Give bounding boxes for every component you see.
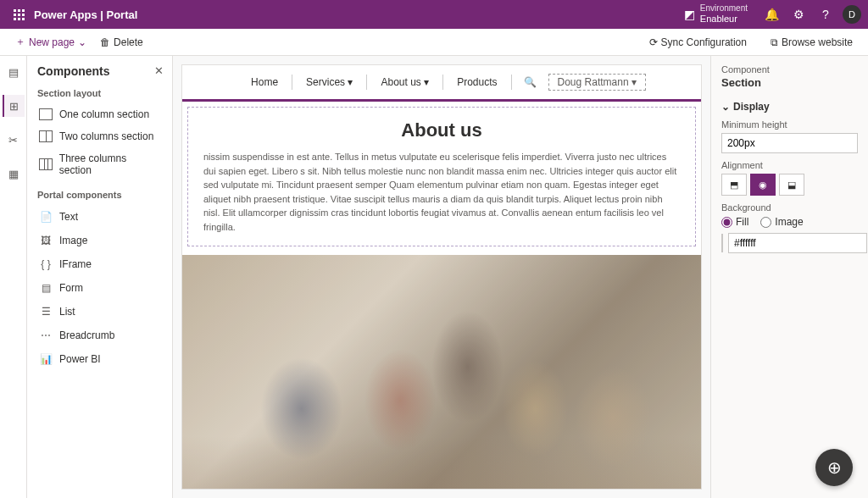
image-icon: 🖼 <box>39 234 53 247</box>
app-title: Power Apps | Portal <box>34 8 137 21</box>
zoom-fab[interactable]: ⊕ <box>815 449 853 486</box>
background-label: Background <box>721 202 858 213</box>
chevron-down-icon: ▾ <box>424 76 429 88</box>
section-layout-heading: Section layout <box>37 88 162 98</box>
canvas: Home Services ▾ About us ▾ Products 🔍 Do… <box>173 56 710 498</box>
trash-icon: 🗑 <box>100 36 110 48</box>
panel-title: Components <box>37 64 162 78</box>
rail-tools-icon[interactable]: ✂ <box>3 129 25 151</box>
notifications-icon[interactable]: 🔔 <box>758 8 785 21</box>
refresh-icon: ⟳ <box>649 36 658 48</box>
background-fill-radio[interactable]: Fill <box>721 216 748 228</box>
three-columns-section[interactable]: Three columns section <box>37 147 162 181</box>
user-avatar[interactable]: D <box>843 5 861 24</box>
nav-user-menu[interactable]: Doug Rattmann ▾ <box>548 74 646 91</box>
search-icon[interactable]: 🔍 <box>512 76 548 88</box>
site-navbar: Home Services ▾ About us ▾ Products 🔍 Do… <box>182 65 701 102</box>
align-middle-button[interactable]: ◉ <box>750 174 776 196</box>
align-bottom-button[interactable]: ⬓ <box>779 174 804 196</box>
page-preview[interactable]: Home Services ▾ About us ▾ Products 🔍 Do… <box>181 64 702 490</box>
component-type-title: Section <box>721 76 858 89</box>
min-height-label: Minimum height <box>721 119 858 130</box>
component-image[interactable]: 🖼Image <box>37 229 162 252</box>
browse-website-button[interactable]: ⧉ Browse website <box>764 33 860 52</box>
nav-services[interactable]: Services ▾ <box>292 75 367 90</box>
app-launcher-icon[interactable] <box>7 9 31 20</box>
component-text[interactable]: 📄Text <box>37 205 162 229</box>
new-page-button[interactable]: ＋ New page ⌄ <box>8 31 93 53</box>
selected-section[interactable]: About us nissim suspendisse in est ante.… <box>187 107 696 246</box>
chevron-down-icon: ⌄ <box>78 36 86 48</box>
portal-components-heading: Portal components <box>37 190 162 200</box>
component-powerbi[interactable]: 📊Power BI <box>37 347 162 371</box>
close-icon[interactable]: ✕ <box>154 64 164 77</box>
list-icon: ☰ <box>39 305 53 318</box>
color-swatch[interactable] <box>721 234 723 252</box>
sync-config-button[interactable]: ⟳ Sync Configuration <box>643 33 754 52</box>
plus-icon: ＋ <box>15 35 25 49</box>
powerbi-icon: 📊 <box>39 352 53 366</box>
properties-panel: Component Section ⌄ Display Minimum heig… <box>710 56 868 498</box>
color-input[interactable] <box>728 233 867 253</box>
rail-pages-icon[interactable]: ▤ <box>3 61 25 83</box>
hero-body: nissim suspendisse in est ante. Tellus i… <box>203 150 680 234</box>
alignment-label: Alignment <box>721 160 858 170</box>
breadcrumb: Component <box>721 64 858 75</box>
background-image-radio[interactable]: Image <box>760 216 803 228</box>
component-breadcrumb[interactable]: ⋯Breadcrumb <box>37 324 162 347</box>
min-height-input[interactable] <box>721 133 858 153</box>
components-panel: Components ✕ Section layout One column s… <box>27 56 173 498</box>
help-icon[interactable]: ? <box>812 8 839 21</box>
text-icon: 📄 <box>39 210 53 224</box>
command-bar: ＋ New page ⌄ 🗑 Delete ⟳ Sync Configurati… <box>0 29 868 56</box>
rail-components-icon[interactable]: ⊞ <box>3 95 25 117</box>
settings-icon[interactable]: ⚙ <box>785 8 812 21</box>
two-columns-section[interactable]: Two columns section <box>37 125 162 147</box>
iframe-icon: { } <box>39 257 53 271</box>
one-column-section[interactable]: One column section <box>37 103 162 125</box>
hero-image[interactable] <box>182 255 701 490</box>
chevron-down-icon: ▾ <box>348 76 353 88</box>
hero-heading: About us <box>203 119 680 141</box>
chevron-down-icon: ⌄ <box>721 101 730 113</box>
nav-about[interactable]: About us ▾ <box>367 75 443 90</box>
component-form[interactable]: ▤Form <box>37 276 162 300</box>
breadcrumb-icon: ⋯ <box>39 329 53 342</box>
chevron-down-icon: ▾ <box>632 76 637 88</box>
environment-icon: ◩ <box>684 8 695 22</box>
magnify-icon: ⊕ <box>827 457 842 478</box>
component-iframe[interactable]: { }IFrame <box>37 252 162 276</box>
environment-picker[interactable]: ◩ Environment Enableur <box>684 3 748 25</box>
external-link-icon: ⧉ <box>771 36 778 48</box>
nav-home[interactable]: Home <box>237 75 292 90</box>
align-top-button[interactable]: ⬒ <box>721 174 747 196</box>
app-header: Power Apps | Portal ◩ Environment Enable… <box>0 0 868 29</box>
environment-name: Enableur <box>700 14 737 24</box>
delete-button[interactable]: 🗑 Delete <box>93 33 150 52</box>
nav-products[interactable]: Products <box>443 75 511 90</box>
display-section-toggle[interactable]: ⌄ Display <box>721 101 858 113</box>
left-rail: ▤ ⊞ ✂ ▦ <box>0 56 27 498</box>
environment-label: Environment <box>700 3 748 14</box>
rail-templates-icon[interactable]: ▦ <box>3 163 25 185</box>
form-icon: ▤ <box>39 281 53 295</box>
component-list[interactable]: ☰List <box>37 300 162 324</box>
